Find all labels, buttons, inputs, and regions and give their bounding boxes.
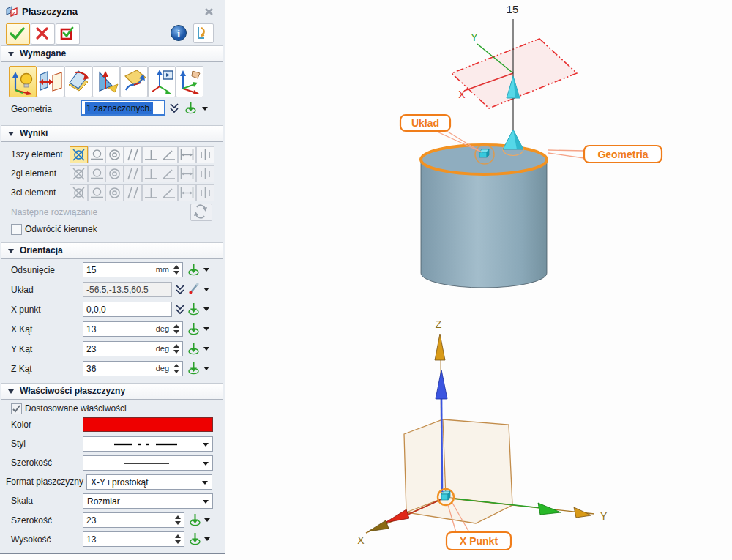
- info-icon[interactable]: i: [170, 24, 187, 42]
- section-header-wymagane[interactable]: Wymagane: [1, 45, 223, 62]
- pick-from-list-icon[interactable]: [187, 362, 200, 375]
- spinner-down-icon[interactable]: [173, 330, 179, 334]
- tool-plane-tangent[interactable]: [120, 66, 148, 97]
- options-caret[interactable]: [203, 367, 209, 370]
- tool-plane-offset[interactable]: [37, 66, 64, 97]
- spinner[interactable]: [173, 324, 180, 335]
- y-kat-input[interactable]: 23 deg: [83, 341, 183, 356]
- options-caret[interactable]: [203, 307, 209, 311]
- spinner[interactable]: [174, 515, 182, 526]
- pick-from-list-icon[interactable]: [187, 342, 200, 355]
- result-icon-middle[interactable]: [196, 165, 214, 182]
- x-direction-arrow[interactable]: [385, 509, 409, 523]
- reverse-direction-checkbox[interactable]: [11, 224, 22, 235]
- cancel-button[interactable]: [31, 23, 55, 45]
- format-dropdown[interactable]: X-Y i prostokąt: [86, 474, 212, 490]
- options-caret[interactable]: [203, 288, 209, 291]
- pick-from-list-icon[interactable]: [189, 532, 201, 545]
- eyedropper-icon[interactable]: [188, 283, 200, 295]
- next-solution-button[interactable]: [190, 204, 212, 221]
- tool-plane-angled[interactable]: [64, 66, 92, 97]
- spinner-down-icon[interactable]: [173, 271, 179, 275]
- result-icon-perpendicular[interactable]: [142, 165, 160, 182]
- pick-from-list-icon[interactable]: [187, 263, 200, 276]
- szerokosc-linii-dropdown[interactable]: [83, 455, 213, 471]
- geometria-input[interactable]: 1 zaznaczonych.: [81, 100, 165, 116]
- section-header-wlasciwosci[interactable]: Właściwości płaszczyzny: [1, 383, 223, 400]
- dropdown-caret[interactable]: [202, 481, 208, 485]
- tool-plane-dynamic-handle[interactable]: [176, 66, 203, 97]
- spinner[interactable]: [173, 363, 180, 374]
- result-icon-tangent[interactable]: [88, 184, 106, 201]
- dropdown-caret[interactable]: [203, 443, 209, 447]
- result-icon-parallel[interactable]: [124, 146, 142, 163]
- options-caret[interactable]: [203, 268, 209, 272]
- result-icon-concentric[interactable]: [105, 165, 124, 182]
- pick-from-list-icon[interactable]: [184, 101, 197, 114]
- spinner-down-icon[interactable]: [175, 521, 181, 525]
- result-icon-middle[interactable]: [196, 184, 214, 201]
- pick-from-list-icon[interactable]: [187, 322, 200, 335]
- spinner[interactable]: [174, 534, 182, 545]
- spinner-up-icon[interactable]: [173, 265, 179, 269]
- close-icon[interactable]: [204, 7, 214, 16]
- result-icon-angle[interactable]: [160, 165, 178, 182]
- spinner-down-icon[interactable]: [173, 370, 179, 373]
- result-icon-distance[interactable]: [178, 146, 196, 163]
- kolor-swatch[interactable]: [83, 417, 213, 432]
- x-punkt-input[interactable]: 0,0,0: [83, 302, 172, 317]
- chevron-double-down-icon[interactable]: [174, 304, 186, 316]
- z-axis-arrow[interactable]: [435, 334, 445, 360]
- result-icon-angle[interactable]: [160, 184, 178, 201]
- result-icon-parallel[interactable]: [124, 184, 142, 201]
- y-axis-arrow[interactable]: [574, 507, 591, 518]
- result-icon-parallel[interactable]: [124, 165, 142, 182]
- apply-button[interactable]: [56, 23, 80, 45]
- options-caret[interactable]: [204, 537, 210, 541]
- section-header-orientacja[interactable]: Orientacja: [1, 242, 223, 259]
- result-icon-perpendicular[interactable]: [142, 146, 160, 163]
- result-icon-tangent[interactable]: [88, 165, 106, 182]
- options-caret[interactable]: [204, 518, 210, 522]
- result-icon-align[interactable]: [70, 146, 88, 163]
- z-direction-arrow[interactable]: [436, 370, 447, 399]
- dropdown-caret[interactable]: [203, 462, 209, 466]
- result-icon-perpendicular[interactable]: [142, 184, 160, 201]
- tool-plane-3point[interactable]: [92, 66, 120, 97]
- szerokosc-input[interactable]: 23: [83, 512, 184, 528]
- skala-dropdown[interactable]: Rozmiar: [83, 493, 213, 509]
- spinner-up-icon[interactable]: [173, 324, 179, 328]
- custom-properties-checkbox[interactable]: [11, 403, 22, 414]
- result-icon-align[interactable]: [70, 165, 88, 182]
- spinner[interactable]: [173, 264, 180, 275]
- tool-plane-dynamic[interactable]: [9, 66, 37, 97]
- uklad-input[interactable]: -56.5,-13.5,60.5: [83, 282, 172, 297]
- options-caret[interactable]: [203, 347, 209, 351]
- pick-from-list-icon[interactable]: [187, 302, 200, 316]
- options-caret[interactable]: [203, 327, 209, 331]
- ok-button[interactable]: [6, 23, 30, 45]
- spinner-down-icon[interactable]: [175, 540, 181, 544]
- spinner-up-icon[interactable]: [173, 364, 179, 367]
- styl-dropdown[interactable]: [83, 436, 213, 452]
- result-icon-tangent[interactable]: [88, 146, 106, 163]
- result-icon-concentric[interactable]: [105, 184, 124, 201]
- cylinder-solid[interactable]: [421, 145, 547, 288]
- chevron-double-down-icon[interactable]: [168, 102, 180, 114]
- spinner-down-icon[interactable]: [173, 350, 179, 354]
- result-icon-angle[interactable]: [160, 146, 178, 163]
- viewport-3d[interactable]: 15 Y X: [225, 0, 732, 560]
- section-header-wyniki[interactable]: Wyniki: [1, 125, 223, 142]
- result-icon-distance[interactable]: [178, 184, 196, 201]
- pick-from-list-icon[interactable]: [189, 513, 201, 526]
- result-icon-distance[interactable]: [178, 165, 196, 182]
- spinner-up-icon[interactable]: [173, 344, 179, 348]
- geometria-options-caret[interactable]: [202, 107, 208, 111]
- datum-cube[interactable]: [404, 419, 512, 523]
- result-icon-align[interactable]: [70, 184, 88, 201]
- tool-plane-view[interactable]: [148, 66, 176, 97]
- spinner-up-icon[interactable]: [175, 534, 181, 538]
- odsuniecie-input[interactable]: 15 mm: [83, 262, 183, 277]
- spinner-up-icon[interactable]: [175, 515, 181, 519]
- dialog-titlebar[interactable]: 2 Płaszczyzna: [0, 0, 225, 22]
